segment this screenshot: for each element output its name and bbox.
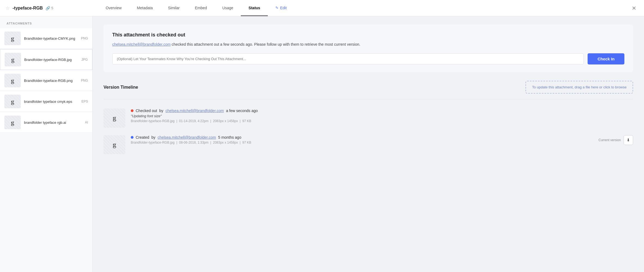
status-dot-red xyxy=(131,109,133,112)
tab-list: Overview Metadata Similar Embed Usage St… xyxy=(98,0,630,16)
tab-edit[interactable]: ✎ Edit xyxy=(268,0,294,16)
star-icon[interactable]: ☆ xyxy=(5,5,10,11)
checkout-actions: Check In xyxy=(112,53,624,64)
tab-similar[interactable]: Similar xyxy=(160,0,187,16)
edit-label: Edit xyxy=(280,6,287,10)
link-number: 5 xyxy=(51,6,53,10)
top-bar-right: ✕ xyxy=(630,4,639,13)
attachment-thumb-3: g xyxy=(4,95,21,108)
current-version-label: Current version xyxy=(599,138,621,142)
version-dimensions-0: 2083px x 1458px xyxy=(213,119,238,123)
checkout-desc-text: checked this attachment out a few second… xyxy=(172,42,360,47)
download-button[interactable]: ⬇ xyxy=(624,135,633,145)
tab-status[interactable]: Status xyxy=(241,0,268,16)
attachment-name-4: brandfolder typeface rgb.ai xyxy=(24,120,82,125)
version-date-0: 01-14-2019, 4:22pm xyxy=(179,119,208,123)
attachment-ext-2: PNG xyxy=(81,79,88,82)
version-status-1: Created by chelsea.mitchell@brandfolder.… xyxy=(131,135,593,140)
attachment-name-1: Brandfolder-typeface-RGB.jpg xyxy=(24,58,78,62)
attachment-thumb-2: g xyxy=(4,74,21,87)
top-bar-left: ☆ -typeface-RGB 🔗 5 xyxy=(5,5,98,11)
version-thumb-0: g xyxy=(104,109,125,128)
attachment-ext-1: JPG xyxy=(81,58,88,61)
version-entry-1: g Created by chelsea.mitchell@brandfolde… xyxy=(104,131,633,158)
version-size-1: 97 KB xyxy=(242,141,251,144)
version-info-0: Checked out by chelsea.mitchell@brandfol… xyxy=(131,109,633,123)
version-size-0: 97 KB xyxy=(242,119,251,123)
attachment-item-0[interactable]: g Brandfolder-typeface-CMYK.png PNG xyxy=(0,28,92,49)
attachment-thumb-4: g xyxy=(4,116,21,129)
by-label-0: by xyxy=(159,109,163,113)
checkin-button[interactable]: Check In xyxy=(588,53,624,64)
link-count: 🔗 5 xyxy=(45,6,53,10)
version-actions-1: Current version ⬇ xyxy=(599,135,633,145)
status-label-0: Checked out xyxy=(136,109,157,113)
attachments-label: ATTACHMENTS xyxy=(0,22,92,28)
top-bar: ☆ -typeface-RGB 🔗 5 Overview Metadata Si… xyxy=(0,0,644,16)
version-time-1: 5 months ago xyxy=(218,135,241,140)
close-button[interactable]: ✕ xyxy=(630,4,639,13)
by-label-1: by xyxy=(151,135,156,140)
tab-overview[interactable]: Overview xyxy=(98,0,129,16)
attachment-ext-3: EPS xyxy=(81,100,88,103)
version-info-1: Created by chelsea.mitchell@brandfolder.… xyxy=(131,135,593,144)
tab-metadata[interactable]: Metadata xyxy=(129,0,160,16)
version-email-1[interactable]: chelsea.mitchell@brandfolder.com xyxy=(158,135,216,140)
version-dimensions-1: 2083px x 1458px xyxy=(213,141,238,144)
version-meta-0: Brandfolder-typeface-RGB.jpg | 01-14-201… xyxy=(131,119,633,123)
version-header: Version Timeline To update this attachme… xyxy=(104,81,633,94)
checkout-title: This attachment is checked out xyxy=(112,32,624,38)
attachment-name-2: Brandfolder-typeface-RGB.png xyxy=(24,79,78,83)
checkout-email[interactable]: chelsea.mitchell@brandfolder.com xyxy=(112,42,171,47)
tab-embed[interactable]: Embed xyxy=(187,0,215,16)
attachment-thumb-0: g xyxy=(4,32,21,45)
checkout-panel: This attachment is checked out chelsea.m… xyxy=(104,24,633,72)
attachment-item-2[interactable]: g Brandfolder-typeface-RGB.png PNG xyxy=(0,70,92,91)
main-layout: ATTACHMENTS g Brandfolder-typeface-CMYK.… xyxy=(0,16,644,272)
sidebar: ATTACHMENTS g Brandfolder-typeface-CMYK.… xyxy=(0,16,93,272)
attachment-item-1[interactable]: g Brandfolder-typeface-RGB.jpg JPG xyxy=(0,49,92,70)
version-status-0: Checked out by chelsea.mitchell@brandfol… xyxy=(131,109,633,113)
edit-icon: ✎ xyxy=(275,6,278,10)
version-quote-0: "Updating font size" xyxy=(131,114,633,118)
version-filename-1: Brandfolder-typeface-RGB.jpg xyxy=(131,141,175,144)
version-divider xyxy=(104,99,633,99)
attachment-thumb-1: g xyxy=(5,53,21,66)
tab-usage[interactable]: Usage xyxy=(215,0,241,16)
version-title: Version Timeline xyxy=(104,85,138,90)
version-section: Version Timeline To update this attachme… xyxy=(104,81,633,158)
checkout-note-input[interactable] xyxy=(112,53,584,64)
status-dot-blue xyxy=(131,136,133,139)
page-title: -typeface-RGB xyxy=(13,6,43,11)
attachment-item-4[interactable]: g brandfolder typeface rgb.ai AI xyxy=(0,112,92,133)
attachment-name-0: Brandfolder-typeface-CMYK.png xyxy=(24,36,78,41)
version-filename-0: Brandfolder-typeface-RGB.jpg xyxy=(131,119,175,123)
status-label-1: Created xyxy=(136,135,149,140)
version-meta-1: Brandfolder-typeface-RGB.jpg | 08-06-201… xyxy=(131,141,593,144)
upload-area[interactable]: To update this attachment, drag a file h… xyxy=(525,81,633,94)
version-date-1: 08-06-2018, 1:33pm xyxy=(179,141,208,144)
version-thumb-1: g xyxy=(104,135,125,154)
attachment-ext-4: AI xyxy=(85,120,88,124)
link-icon: 🔗 xyxy=(45,6,50,10)
version-time-0: a few seconds ago xyxy=(226,109,258,113)
version-entry-0: g Checked out by chelsea.mitchell@brandf… xyxy=(104,105,633,131)
checkout-description: chelsea.mitchell@brandfolder.com checked… xyxy=(112,42,624,47)
attachment-ext-0: PNG xyxy=(81,36,88,40)
attachment-item-3[interactable]: g brandfolder typeface cmyk.eps EPS xyxy=(0,91,92,112)
version-email-0[interactable]: chelsea.mitchell@brandfolder.com xyxy=(165,109,224,113)
attachment-name-3: brandfolder typeface cmyk.eps xyxy=(24,100,78,104)
main-content: This attachment is checked out chelsea.m… xyxy=(93,16,644,272)
